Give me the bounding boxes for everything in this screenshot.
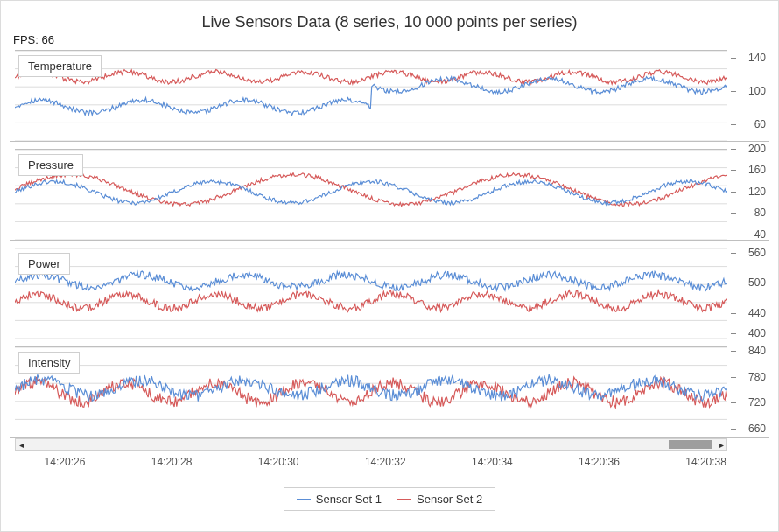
y-axis: 400440500560 [731,248,766,339]
x-tick: 14:20:36 [579,456,620,468]
y-tick: 120 [748,186,766,198]
x-axis-labels: 14:20:2614:20:2814:20:3014:20:3214:20:34… [15,456,727,473]
chart-card: Live Sensors Data (8 series, 10 000 poin… [0,0,779,532]
y-tick: 780 [748,371,766,383]
y-axis: 4080120160200 [731,149,766,240]
x-tick: 14:20:38 [685,456,726,468]
y-tick: 400 [748,327,766,340]
x-tick: 14:20:34 [472,456,513,468]
chart-title: Live Sensors Data (8 series, 10 000 poin… [10,13,769,32]
x-tick: 14:20:30 [258,456,299,468]
y-tick: 440 [748,307,766,319]
panel-label: Pressure [18,154,83,176]
panel-temperature[interactable]: Temperature60100140 [10,50,769,142]
plot-area[interactable] [15,248,727,339]
scrollbar-track[interactable] [26,439,716,450]
series-sensor-1 [15,271,727,291]
legend-item-sensor-2[interactable]: Sensor Set 2 [397,493,482,506]
series-sensor-2 [15,70,727,85]
legend-label-s1: Sensor Set 1 [316,493,382,506]
panel-label: Temperature [18,55,102,77]
panel-pressure[interactable]: Pressure4080120160200 [10,149,769,241]
chart-panels: Temperature60100140Pressure4080120160200… [10,50,769,438]
series-sensor-1 [15,77,727,116]
scroll-left-arrow-icon[interactable]: ◂ [16,439,26,450]
x-tick: 14:20:32 [365,456,406,468]
series-sensor-2 [15,377,727,408]
y-tick: 40 [754,228,766,241]
y-tick: 100 [748,85,766,97]
horizontal-scrollbar[interactable]: ◂ ▸ [15,438,727,451]
panel-intensity[interactable]: Intensity660720780840 [10,346,769,438]
panel-power[interactable]: Power400440500560 [10,248,769,340]
x-tick: 14:20:28 [151,456,193,468]
scroll-right-arrow-icon[interactable]: ▸ [716,439,726,450]
y-axis: 60100140 [731,50,766,141]
y-tick: 60 [754,118,766,130]
legend-label-s2: Sensor Set 2 [417,493,482,506]
legend-swatch-s2 [397,499,411,500]
panel-label: Power [18,253,70,275]
plot-area[interactable] [15,149,727,240]
y-tick: 80 [754,206,766,219]
legend-swatch-s1 [297,499,311,500]
series-sensor-1 [15,374,727,402]
plot-area[interactable] [15,346,727,438]
y-tick: 160 [748,164,766,176]
scrollbar-thumb[interactable] [669,440,712,449]
legend: Sensor Set 1 Sensor Set 2 [284,487,495,511]
y-tick: 140 [748,52,766,64]
y-tick: 200 [748,143,766,155]
panel-label: Intensity [18,352,80,374]
series-sensor-1 [15,179,727,205]
y-tick: 500 [748,276,766,289]
legend-item-sensor-1[interactable]: Sensor Set 1 [297,493,382,506]
x-tick: 14:20:26 [45,456,86,468]
y-tick: 840 [748,345,766,357]
series-sensor-2 [15,290,727,312]
y-tick: 660 [748,423,766,435]
fps-label: FPS: 66 [13,33,769,46]
y-tick: 720 [748,396,766,409]
y-axis: 660720780840 [731,346,766,438]
plot-area[interactable] [15,50,727,141]
y-tick: 560 [748,247,766,259]
